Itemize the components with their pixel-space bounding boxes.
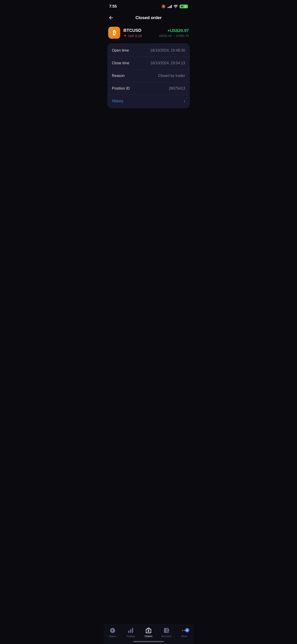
battery-charging-icon: ⚡: [184, 5, 187, 8]
battery-indicator: 66 ⚡: [180, 4, 188, 8]
close-time-label: Close time: [112, 61, 130, 65]
bell-muted-icon: 🔕: [162, 4, 166, 8]
close-time-row: Close time 16/10/2024, 19:54:13: [107, 57, 190, 70]
history-row[interactable]: History ›: [107, 95, 190, 107]
open-time-label: Open time: [112, 48, 129, 52]
price-range: 68201.44 → 67991.75: [159, 34, 189, 38]
order-symbol: BTCUSD: [124, 28, 156, 33]
history-chevron-icon: ›: [184, 99, 185, 103]
close-time-value: 16/10/2024, 19:54:13: [150, 61, 185, 65]
sell-direction-icon: ▼: [124, 34, 127, 38]
order-direction: Sell: [128, 34, 134, 38]
reason-row: Reason Closed by trader: [107, 70, 190, 82]
order-summary: ₿ BTCUSD ▼ Sell 0.10 +US$20.97 68201.44 …: [104, 23, 194, 42]
reason-label: Reason: [112, 74, 124, 78]
signal-icon: [168, 5, 172, 8]
position-id-value: 26075413: [169, 86, 185, 90]
header: Closed order: [104, 12, 194, 23]
position-id-label: Position ID: [112, 86, 130, 90]
order-pnl: +US$20.97 68201.44 → 67991.75: [159, 28, 189, 38]
price-arrow-icon: →: [172, 34, 176, 38]
order-type-row: ▼ Sell 0.10: [124, 34, 156, 38]
btc-icon: ₿: [108, 27, 120, 39]
price-to: 67991.75: [176, 34, 189, 38]
status-bar: 7:55 🔕 66 ⚡: [104, 0, 194, 12]
open-time-value: 16/10/2024, 19:48:30: [150, 48, 185, 52]
open-time-row: Open time 16/10/2024, 19:48:30: [107, 44, 190, 57]
reason-value: Closed by trader: [158, 74, 185, 78]
order-amount: 0.10: [135, 34, 142, 38]
details-card: Open time 16/10/2024, 19:48:30 Close tim…: [107, 43, 190, 108]
order-info: BTCUSD ▼ Sell 0.10: [124, 28, 156, 38]
position-id-row: Position ID 26075413: [107, 82, 190, 95]
pnl-value: +US$20.97: [159, 28, 189, 33]
status-icons: 🔕 66 ⚡: [160, 4, 188, 8]
wifi-icon: [174, 5, 178, 8]
history-link[interactable]: History: [112, 99, 124, 103]
price-from: 68201.44: [159, 34, 172, 38]
status-time: 7:55: [109, 4, 117, 9]
page-title: Closed order: [136, 15, 162, 20]
back-button[interactable]: [108, 15, 114, 20]
